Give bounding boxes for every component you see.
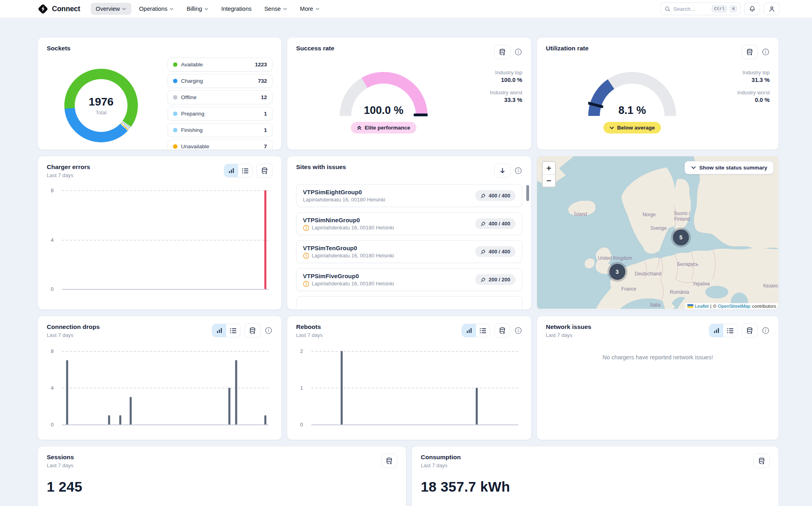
y-tick-label: 8 <box>51 348 54 354</box>
osm-link[interactable]: OpenStreetMap <box>718 304 750 309</box>
nav-item-billing[interactable]: Billing <box>181 3 214 15</box>
data-source-button[interactable] <box>494 45 510 59</box>
performance-badge: Below average <box>603 122 661 133</box>
user-menu-button[interactable] <box>764 2 780 15</box>
connection-drops-subtitle: Last 7 days <box>47 332 100 338</box>
nav-item-operations[interactable]: Operations <box>134 3 179 15</box>
sites-list: VTPSimEightGroup0Lapinlahdenkatu 16, 001… <box>296 184 522 310</box>
site-row[interactable]: VTPSimFiveGroup0Lapinlahdenkatu 16, 0018… <box>296 268 522 291</box>
list-icon <box>480 328 486 334</box>
charger-errors-title: Charger errors <box>47 163 90 171</box>
database-lightning-icon <box>758 457 766 465</box>
legend-value: 1223 <box>255 62 267 68</box>
site-row[interactable]: VTPSimTenGroup0Lapinlahdenkatu 16, 00180… <box>296 240 522 263</box>
map-overlay: ÍslandNorgeSverigeSuomi / FinlandUnited … <box>537 156 778 309</box>
data-source-button[interactable] <box>381 454 397 468</box>
database-lightning-icon <box>499 48 506 56</box>
site-row[interactable]: VTPSimEightGroup0Lapinlahdenkatu 16, 001… <box>296 184 522 207</box>
plug-icon <box>480 193 486 199</box>
data-source-button[interactable] <box>742 323 758 338</box>
site-name: VTPSimFiveGroup0 <box>303 273 394 279</box>
chart-view-button[interactable] <box>709 324 723 337</box>
socket-count-badge: 400 / 400 <box>475 246 515 257</box>
nav-item-integrations[interactable]: Integrations <box>216 3 257 15</box>
dashboard-screen: Connect OverviewOperationsBillingIntegra… <box>0 0 812 506</box>
leaflet-link[interactable]: Leaflet <box>695 304 709 309</box>
kbd-k: K <box>730 5 737 12</box>
notifications-button[interactable] <box>744 2 760 15</box>
info-icon[interactable] <box>265 327 273 335</box>
data-source-button[interactable] <box>494 323 510 338</box>
socket-count-badge: 200 / 200 <box>475 274 515 285</box>
site-name: VTPSimEightGroup0 <box>303 189 385 195</box>
scrollbar-thumb[interactable] <box>526 185 529 201</box>
site-name: VTPSimTenGroup0 <box>303 245 394 251</box>
zoom-out-button[interactable]: − <box>543 174 555 187</box>
legend-value: 1 <box>264 111 267 117</box>
y-tick-label: 0 <box>51 422 54 428</box>
view-toggle <box>709 324 738 337</box>
list-icon <box>727 328 734 334</box>
reboots-card: Reboots Last 7 days <box>287 316 531 440</box>
list-view-button[interactable] <box>476 324 490 337</box>
site-row[interactable]: VTPSimNineGroup0Lapinlahdenkatu 16, 0018… <box>296 212 522 235</box>
nav-item-more[interactable]: More <box>295 3 325 15</box>
chart-view-button[interactable] <box>462 324 476 337</box>
data-source-button[interactable] <box>257 163 273 178</box>
map-cluster-marker[interactable]: 5 <box>673 229 689 245</box>
list-view-button[interactable] <box>723 324 737 337</box>
database-lightning-icon <box>746 327 754 335</box>
zoom-in-button[interactable]: + <box>543 162 555 174</box>
site-status-summary-button[interactable]: Show site status summary <box>685 161 774 174</box>
data-source-button[interactable] <box>754 454 770 468</box>
search-input[interactable] <box>673 6 709 12</box>
info-icon[interactable] <box>762 327 770 335</box>
nav-item-overview[interactable]: Overview <box>91 3 131 15</box>
gridline: 4 <box>62 388 269 388</box>
legend-dot <box>173 95 177 100</box>
legend-item-offline: Offline12 <box>167 90 273 104</box>
socket-count-badge: 400 / 400 <box>475 190 515 201</box>
info-icon[interactable] <box>514 48 522 56</box>
map-cluster-marker[interactable]: 3 <box>609 264 625 280</box>
sites-map-card[interactable]: ÍslandNorgeSverigeSuomi / FinlandUnited … <box>537 156 779 310</box>
logo-icon <box>38 4 48 14</box>
info-icon[interactable] <box>514 167 522 175</box>
consumption-card: Consumption Last 7 days 18 357.7 kWh 150 <box>412 446 779 506</box>
bar <box>66 360 68 424</box>
download-arrow-icon <box>499 167 506 174</box>
map-country-label: United Kingdom <box>598 256 632 261</box>
performance-badge: Elite performance <box>351 122 416 133</box>
view-toggle <box>462 324 490 337</box>
bar <box>108 415 110 424</box>
legend-dot <box>173 62 177 67</box>
download-button[interactable] <box>494 163 510 178</box>
info-icon[interactable] <box>514 327 522 335</box>
list-view-button[interactable] <box>226 324 240 337</box>
chart-view-button[interactable] <box>212 324 226 337</box>
plug-icon <box>480 221 486 227</box>
nav-item-sense[interactable]: Sense <box>259 3 292 15</box>
list-view-button[interactable] <box>238 164 252 177</box>
ukraine-flag-icon <box>687 304 693 308</box>
legend-label: Unavailable <box>181 143 209 149</box>
bar-chart-icon <box>216 327 223 334</box>
data-source-button[interactable] <box>742 45 758 59</box>
site-address: Lapinlahdenkatu 16, 00180 Helsinki <box>303 225 394 231</box>
data-source-button[interactable] <box>245 323 261 338</box>
gridline: 0 <box>311 424 518 425</box>
info-icon[interactable] <box>762 48 770 56</box>
utilization-rate-title: Utilization rate <box>546 45 589 52</box>
legend-dot <box>173 144 177 149</box>
nav-right: Ctrl K <box>660 2 780 15</box>
legend-value: 12 <box>261 94 267 100</box>
main-content: Sockets 1976 Total Available1223Charging… <box>0 18 812 506</box>
bar <box>119 415 121 424</box>
chart-view-button[interactable] <box>224 164 238 177</box>
brand[interactable]: Connect <box>38 4 80 14</box>
industry-top-value: 100.0 % <box>471 77 522 83</box>
sites-with-issues-card: Sites with issues VTPSimEightGroup0Lapin… <box>287 156 531 310</box>
search-box[interactable]: Ctrl K <box>660 2 740 15</box>
site-row-partial[interactable] <box>296 296 522 310</box>
site-name: VTPSimNineGroup0 <box>303 217 394 223</box>
